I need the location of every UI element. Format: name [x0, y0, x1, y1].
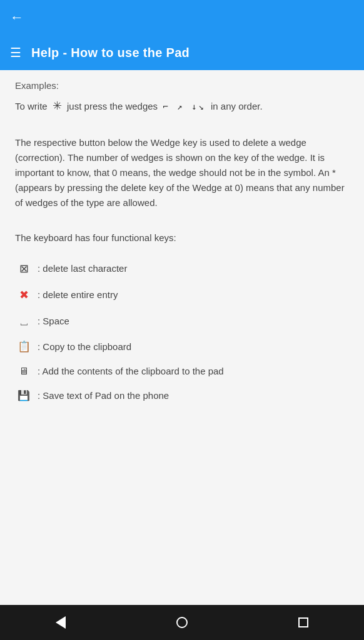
paste-icon: 🖥: [15, 366, 33, 377]
separator-2: [15, 220, 349, 230]
nav-home-icon: [176, 617, 188, 628]
example-text: just press the wedges: [67, 101, 158, 111]
list-item: 📋 : Copy to the clipboard: [15, 334, 349, 359]
list-item: 💾 : Save text of Pad on the phone: [15, 383, 349, 408]
delete-entry-icon: ✖: [15, 288, 33, 302]
list-item: ⊠ : delete last character: [15, 255, 349, 282]
space-label: : Space: [38, 316, 69, 326]
list-item: 🖥 : Add the contents of the clipboard to…: [15, 359, 349, 383]
example-intro: To write: [15, 101, 48, 111]
content-area: Examples: To write ✳ just press the wedg…: [0, 70, 364, 605]
example-symbol: ✳: [53, 100, 62, 112]
wedge-symbols: ⌐ ↗ ↓↘: [163, 100, 206, 113]
wedge-description: The respective button below the Wedge ke…: [15, 135, 349, 210]
delete-char-icon: ⊠: [15, 262, 33, 276]
copy-icon: 📋: [15, 340, 33, 353]
paste-label: : Add the contents of the clipboard to t…: [38, 366, 224, 376]
list-item: ✖ : delete entire entry: [15, 282, 349, 308]
nav-home-button[interactable]: [169, 610, 195, 635]
section-title: Examples:: [15, 80, 349, 91]
header-bar: ☰ Help - How to use the Pad: [0, 35, 364, 70]
list-item: ⎵ : Space: [15, 308, 349, 334]
example-paragraph: To write ✳ just press the wedges ⌐ ↗ ↓↘ …: [15, 97, 349, 115]
nav-recents-icon: [298, 617, 308, 627]
delete-char-label: : delete last character: [38, 263, 127, 274]
hamburger-menu-icon[interactable]: ☰: [10, 46, 21, 59]
nav-back-icon: [56, 616, 66, 629]
space-icon: ⎵: [15, 314, 33, 328]
save-icon: 💾: [15, 390, 33, 401]
functional-keys-intro: The keyboard has four functional keys:: [15, 230, 349, 245]
page-title: Help - How to use the Pad: [31, 46, 190, 60]
back-button[interactable]: ←: [10, 9, 24, 26]
top-back-bar: ←: [0, 0, 364, 35]
copy-label: : Copy to the clipboard: [38, 341, 131, 352]
save-label: : Save text of Pad on the phone: [38, 390, 169, 401]
bottom-nav-bar: [0, 605, 364, 640]
keys-list: ⊠ : delete last character ✖ : delete ent…: [15, 255, 349, 408]
nav-recents-button[interactable]: [291, 610, 316, 635]
delete-entry-label: : delete entire entry: [38, 289, 118, 300]
separator-1: [15, 125, 349, 135]
example-end: in any order.: [211, 101, 263, 111]
nav-back-button[interactable]: [48, 610, 73, 635]
